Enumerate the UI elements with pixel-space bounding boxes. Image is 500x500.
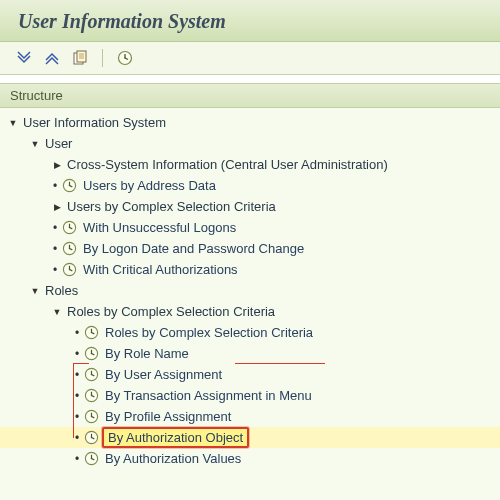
tree-node-by-auth-values[interactable]: By Authorization Values (0, 448, 500, 469)
expand-all-button[interactable] (14, 48, 34, 68)
node-label: Users by Complex Selection Criteria (64, 198, 279, 215)
clock-icon (83, 409, 99, 425)
node-label: Roles by Complex Selection Criteria (64, 303, 278, 320)
toggle-icon[interactable] (6, 118, 20, 128)
tree-node-unsuccessful-logons[interactable]: With Unsuccessful Logons (0, 217, 500, 238)
toolbar-divider (102, 49, 103, 67)
tree-node-by-role-name[interactable]: By Role Name (0, 343, 500, 364)
tree-node-roles-by-complex[interactable]: Roles by Complex Selection Criteria (0, 301, 500, 322)
toggle-icon[interactable] (28, 286, 42, 296)
tree-node-users-by-address[interactable]: Users by Address Data (0, 175, 500, 196)
collapse-all-button[interactable] (42, 48, 62, 68)
node-label: Roles (42, 282, 81, 299)
tree-node-by-profile[interactable]: By Profile Assignment (0, 406, 500, 427)
node-label: With Critical Authorizations (80, 261, 241, 278)
tree-node-root[interactable]: User Information System (0, 112, 500, 133)
clock-icon (83, 367, 99, 383)
clock-icon (61, 178, 77, 194)
node-label: User Information System (20, 114, 169, 131)
node-label: By User Assignment (102, 366, 225, 383)
bullet-icon (72, 347, 82, 361)
tree-node-logon-date-pwd[interactable]: By Logon Date and Password Change (0, 238, 500, 259)
bullet-icon (50, 263, 60, 277)
node-label: With Unsuccessful Logons (80, 219, 239, 236)
clock-icon (83, 451, 99, 467)
node-label: Users by Address Data (80, 177, 219, 194)
toggle-icon[interactable] (50, 160, 64, 170)
tree-node-by-transaction[interactable]: By Transaction Assignment in Menu (0, 385, 500, 406)
tree-node-cross-system[interactable]: Cross-System Information (Central User A… (0, 154, 500, 175)
tree-node-users-by-complex[interactable]: Users by Complex Selection Criteria (0, 196, 500, 217)
node-label: By Authorization Values (102, 450, 244, 467)
tree-node-roles-by-complex-item[interactable]: Roles by Complex Selection Criteria (0, 322, 500, 343)
tree-node-critical-auth[interactable]: With Critical Authorizations (0, 259, 500, 280)
node-label: User (42, 135, 75, 152)
clock-icon (61, 241, 77, 257)
annotation-line (73, 363, 89, 364)
toggle-icon[interactable] (50, 202, 64, 212)
clock-icon (83, 430, 99, 446)
bullet-icon (50, 179, 60, 193)
clock-icon (83, 346, 99, 362)
where-used-button[interactable] (70, 48, 90, 68)
toolbar (0, 42, 500, 75)
annotation-line (73, 363, 74, 438)
bullet-icon (50, 242, 60, 256)
tree-node-by-auth-object[interactable]: By Authorization Object (0, 427, 500, 448)
title-bar: User Information System (0, 0, 500, 42)
node-label: By Transaction Assignment in Menu (102, 387, 315, 404)
annotation-line (235, 363, 325, 364)
execute-button[interactable] (115, 48, 135, 68)
clock-icon (83, 388, 99, 404)
bullet-icon (72, 326, 82, 340)
tree-node-by-user-assignment[interactable]: By User Assignment (0, 364, 500, 385)
tree-node-user[interactable]: User (0, 133, 500, 154)
bullet-icon (72, 452, 82, 466)
tree: User Information System User Cross-Syste… (0, 108, 500, 500)
node-label: By Role Name (102, 345, 192, 362)
node-label: By Profile Assignment (102, 408, 234, 425)
toggle-icon[interactable] (28, 139, 42, 149)
page-title: User Information System (18, 10, 482, 33)
structure-header: Structure (0, 83, 500, 108)
tree-node-roles[interactable]: Roles (0, 280, 500, 301)
node-label: By Logon Date and Password Change (80, 240, 307, 257)
bullet-icon (50, 221, 60, 235)
clock-icon (61, 220, 77, 236)
clock-icon (83, 325, 99, 341)
node-label-highlighted: By Authorization Object (102, 427, 249, 448)
node-label: Cross-System Information (Central User A… (64, 156, 391, 173)
toggle-icon[interactable] (50, 307, 64, 317)
node-label: Roles by Complex Selection Criteria (102, 324, 316, 341)
clock-icon (61, 262, 77, 278)
